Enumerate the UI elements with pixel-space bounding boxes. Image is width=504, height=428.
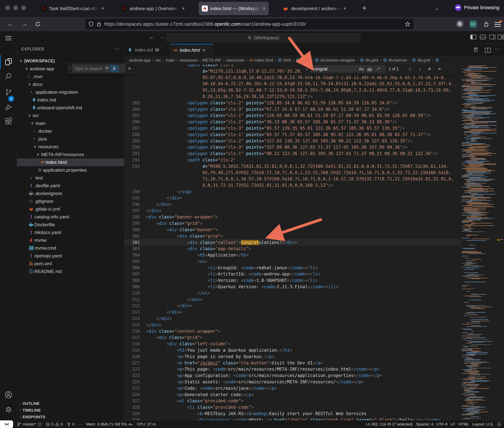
code-line-290[interactable]: 290 <polygon class="cls-3" points="157.0…	[124, 144, 461, 150]
toggle-sidebar-icon[interactable]	[470, 35, 476, 39]
code-line-315[interactable]: 315</div>	[124, 322, 461, 328]
code-line-301[interactable]: 301 <div class="grid">	[124, 233, 461, 239]
chevron-right-icon[interactable]: ›	[34, 137, 38, 141]
breadcrumb-item-div.grid[interactable]: div.grid	[412, 58, 430, 63]
timeline-section[interactable]: ›TIMELINE	[17, 407, 124, 413]
back-icon[interactable]: ←	[8, 21, 13, 27]
code-line-307[interactable]: 307 <li>ArtifactId: <code>andrew-app</co…	[124, 271, 461, 277]
breadcrumb-item-index.html[interactable]: <>index.html	[249, 58, 273, 63]
chevron-down-icon[interactable]: ∨	[36, 152, 41, 157]
code-line-wrap-5[interactable]: 8.26,21.36,7.56,29.38,16.23T1279,121.11Z…	[124, 93, 461, 100]
editor-tab-index-html[interactable]: <> index.html ×	[170, 44, 214, 56]
whole-word-icon[interactable]: ab	[366, 67, 374, 71]
code-line-320[interactable]: 320 <p>This page is served by Quarkus.</…	[124, 354, 461, 360]
code-line-287[interactable]: 287 <polygon class="cls-3" points="65.57…	[124, 125, 461, 132]
extensions-icon[interactable]	[5, 117, 12, 125]
menu-hamburger-icon[interactable]	[495, 21, 501, 28]
code-line-wrap-4[interactable]: 91,13.65q-16.82-7-32.68-7-12.53,0-19.58,…	[124, 87, 461, 93]
problems-item[interactable]: 0 0	[46, 422, 63, 427]
account-icon[interactable]	[5, 391, 12, 399]
tree-item-application.properties[interactable]: ⚙application.properties	[17, 166, 124, 174]
customize-layout-icon[interactable]	[498, 34, 504, 40]
code-line-318[interactable]: 318 <div class="left-column">	[124, 341, 461, 347]
code-line-329[interactable]: 329 <b>RESTEasy JAX-RS</b>&nbsp;Easily s…	[124, 411, 461, 417]
toggle-panel-icon[interactable]	[480, 35, 486, 39]
tree-item-resources[interactable]: ∨resources	[17, 143, 124, 151]
breadcrumb-item-div.banner[interactable]: div.banner	[383, 58, 407, 63]
endpoints-section[interactable]: ›ENDPOINTS	[17, 413, 124, 420]
chevron-right-icon[interactable]: ›	[28, 74, 33, 79]
tree-item-index.html[interactable]: <>index.html	[17, 158, 124, 166]
tree-item-src[interactable]: ∨src	[17, 112, 124, 119]
tree-item-pom.xml[interactable]: pom.xml	[17, 260, 124, 267]
code-editor[interactable]: 281 <path class="cls-1"282 d="M1279,121.…	[124, 65, 461, 420]
code-line-wrap-18[interactable]: 71,10.71,0,0,1,10.57,10.57V160.5a10.71,1…	[124, 176, 461, 182]
breadcrumb-item-div.grid[interactable]: div.grid	[360, 58, 378, 63]
tree-filter-input-box[interactable]	[72, 65, 126, 73]
code-line-312[interactable]: 312 </div>	[124, 303, 461, 309]
url-bar[interactable]: https://devspaces.apps.cluster-z7zmt.san…	[85, 19, 414, 29]
code-line-wrap-17[interactable]: 85,79.48,171.07H32.72A10.71,10.71,0,0,1,…	[124, 170, 461, 176]
breadcrumb-item-resources[interactable]: resources	[180, 58, 197, 63]
code-line-297[interactable]: 297</div>	[124, 207, 461, 214]
find-input[interactable]	[310, 66, 357, 72]
browser-tab-2[interactable]: index.html — (Workspace) — Re×	[199, 2, 269, 15]
code-line-313[interactable]: 313 </div>	[124, 309, 461, 315]
settings-gear-icon[interactable]: ⚙	[5, 406, 12, 413]
chevron-down-icon[interactable]: ∨	[28, 113, 33, 118]
tree-item-docs[interactable]: ∨docs	[17, 80, 124, 88]
find-previous-icon[interactable]: ↑	[405, 66, 415, 72]
cpu-item[interactable]: CPU: 27 m	[137, 422, 156, 427]
code-line-284[interactable]: 284 <polygon class="cls-3" points="67.17…	[124, 106, 461, 113]
code-line-330[interactable]: 330 <br/>&rsaquo; <code>@Path: <a href="…	[124, 417, 461, 420]
tree-item-java[interactable]: ›java	[17, 135, 124, 143]
find-toggle-replace-chevron-icon[interactable]: ›	[304, 66, 310, 72]
git-branch-item[interactable]: master*	[17, 422, 42, 427]
tree-filter-input[interactable]	[72, 66, 104, 71]
tree-item-mvnw.cmd[interactable]: mvnw.cmd	[17, 244, 124, 252]
regex-icon[interactable]: .*	[374, 67, 382, 71]
code-line-325[interactable]: 325 <p>Code: <code>src/main/java</code><…	[124, 385, 461, 392]
extension-bitwarden-icon[interactable]: B	[456, 20, 464, 28]
code-line-303[interactable]: 303 <div class="app-details">	[124, 246, 461, 252]
extension-hand-icon[interactable]	[483, 21, 489, 27]
tree-item-README.md[interactable]: README.md	[17, 267, 124, 275]
bookmark-star-icon[interactable]	[405, 21, 410, 27]
tree-item-catalog-info.yaml[interactable]: !catalog-info.yaml	[17, 213, 124, 221]
window-zoom-button[interactable]	[21, 6, 26, 10]
code-line-311[interactable]: 311 </div>	[124, 296, 461, 303]
drag-grip-icon[interactable]: ⁙	[67, 68, 72, 70]
tab-close-icon[interactable]: ×	[263, 6, 265, 11]
chevron-down-icon[interactable]: ∨	[31, 121, 35, 126]
tree-item-mkdocs.yaml[interactable]: !mkdocs.yaml	[17, 229, 124, 236]
tree-item-onboard-openshift.md[interactable]: onboard-openshift.md	[17, 104, 124, 112]
code-line-292[interactable]: 292 <path class="cls-2"	[124, 157, 461, 163]
new-tab-button[interactable]: +	[362, 4, 367, 12]
code-line-296[interactable]: 296 </div>	[124, 201, 461, 208]
workspace-search-box[interactable]: (Workspace)	[166, 33, 360, 42]
notifications-bell-icon[interactable]	[497, 422, 504, 427]
breadcrumb-item-div.banner-wrapper[interactable]: div.banner-wrapper	[315, 58, 355, 63]
editor-tab-index-md[interactable]: index.mdM	[124, 44, 170, 56]
filter-icon[interactable]	[104, 66, 109, 71]
code-line-286[interactable]: 286 <polygon class="cls-2" points="36.13…	[124, 119, 461, 125]
outline-section[interactable]: ›OUTLINE	[17, 400, 124, 407]
match-case-icon[interactable]: Aa	[357, 67, 366, 71]
breadcrumb-item-resources[interactable]: resources	[226, 58, 244, 63]
search-view-icon[interactable]	[5, 72, 12, 80]
tree-item-.dockerignore[interactable]: .dockerignore	[17, 189, 124, 197]
browser-tab-0[interactable]: Task 9a6f2be6-ccac-436b-923×	[37, 2, 107, 15]
browser-tab-1[interactable]: andrew-app | Overview | Red Ha×	[118, 2, 188, 15]
word-wrap-icon[interactable]: abc⤶	[474, 47, 478, 52]
tree-item-META-INF-resources[interactable]: ∨META-INF/resources	[17, 151, 124, 158]
lock-icon[interactable]	[96, 21, 102, 27]
run-debug-icon[interactable]	[5, 103, 12, 111]
tree-item-index.md[interactable]: index.mdM	[17, 96, 124, 104]
vscode-menu-icon[interactable]	[5, 35, 11, 41]
tab-close-icon[interactable]: ×	[182, 6, 185, 11]
code-line-302[interactable]: 302 <div class="callout">Congratulations…	[124, 239, 461, 246]
memory-item[interactable]: Mem: 0.36/6.71 GB 5%	[86, 422, 133, 427]
extension-teal-icon[interactable]: ǀıǀ	[470, 21, 477, 28]
status-right-4[interactable]: HTML	[458, 422, 469, 427]
tree-item-openapi.yaml[interactable]: !openapi.yaml	[17, 252, 124, 260]
